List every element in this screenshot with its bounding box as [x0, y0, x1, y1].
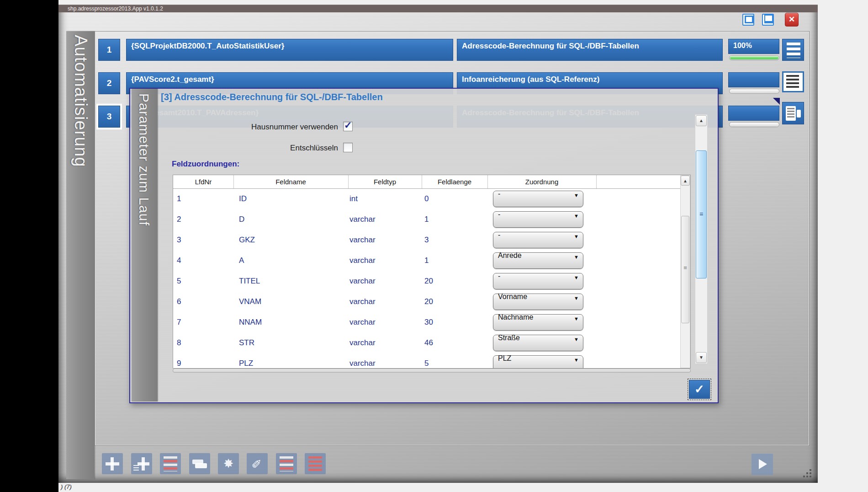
table-row: 6 VNAM varchar 20 Vorname ▼ [173, 291, 690, 312]
footer-partial-text: ) (7) [61, 483, 72, 490]
dialog-scrollbar[interactable]: ▲ ≡ ▼ [695, 114, 708, 364]
cell-feldtyp: varchar [349, 297, 376, 306]
cell-feldname: NNAM [239, 318, 262, 327]
zuordnung-dropdown[interactable]: Straße ▼ [493, 335, 583, 351]
cell-lfdnr: 5 [177, 277, 181, 286]
dropdown-value: Anrede [498, 251, 522, 260]
table-row: 9 PLZ varchar 5 PLZ ▼ [173, 353, 690, 369]
list-view-button[interactable] [782, 39, 804, 61]
run-row-3-number[interactable]: 3 [98, 106, 120, 128]
cell-feldtyp: varchar [349, 277, 376, 286]
progress-fill [730, 56, 778, 59]
scroll-up-icon: ▲ [683, 178, 688, 183]
run-row-3-progress-bar [729, 122, 779, 127]
col-header-feldlaenge: Feldlaenge [422, 175, 488, 188]
edit-pencil-icon: ✎ [247, 453, 268, 474]
zuordnung-dropdown[interactable]: PLZ ▼ [493, 355, 583, 369]
table-header-row: LfdNr Feldname Feldtyp Feldlaenge Zuordn… [173, 175, 690, 189]
report-view-button[interactable] [782, 102, 804, 124]
run-number: 2 [107, 78, 112, 88]
window-title: shp.adressprozessor2013.App v1.0.1.2 [68, 5, 163, 12]
add-linked-button[interactable] [131, 453, 152, 474]
cell-feldtyp: varchar [349, 235, 376, 245]
play-icon [759, 459, 767, 469]
cell-feldlaenge: 3 [424, 235, 429, 245]
list-white-red-icon [280, 456, 293, 471]
run-row-1-task[interactable]: Adresscode-Berechnung für SQL-/DBF-Tabel… [457, 39, 723, 61]
scroll-up-icon: ▲ [699, 118, 704, 123]
cell-feldlaenge: 46 [424, 338, 433, 348]
edit-button[interactable]: ✎ [247, 453, 268, 474]
cell-feldlaenge: 5 [424, 359, 429, 368]
source-table-label: {PAVScore2.t_gesamt} [131, 75, 214, 84]
hausnummer-checkbox[interactable]: ✓ [343, 122, 353, 131]
run-row-1-number[interactable]: 1 [98, 39, 120, 61]
ok-button[interactable]: ✓ [689, 380, 710, 399]
chevron-down-icon: ▼ [574, 295, 579, 301]
zuordnung-dropdown[interactable]: Vorname ▼ [493, 294, 583, 310]
close-button[interactable]: ✕ [785, 13, 799, 27]
maximize-button[interactable] [742, 14, 754, 26]
cell-feldlaenge: 30 [424, 318, 433, 327]
title-bar[interactable]: shp.adressprozessor2013.App v1.0.1.2 [58, 5, 818, 12]
restore-button[interactable] [762, 14, 774, 26]
run-row-2-number[interactable]: 2 [98, 72, 120, 94]
add-linked-icon-bar [142, 457, 145, 471]
progress-percent-label: 100% [733, 42, 752, 50]
table-row: 4 A varchar 1 Anrede ▼ [173, 250, 690, 271]
list-white-red-button[interactable] [276, 453, 297, 474]
cell-feldtyp: varchar [349, 215, 376, 224]
maximize-icon [745, 16, 753, 23]
run-row-2-progress-value [728, 72, 779, 87]
task-label: Adresscode-Berechnung für SQL-/DBF-Tabel… [462, 42, 639, 51]
automation-sidebar: Automatisierung [66, 31, 95, 479]
cell-feldname: VNAM [239, 297, 261, 306]
resize-grip[interactable] [810, 469, 811, 471]
run-row-1-progress-value: 100% [728, 39, 779, 54]
list-red-button[interactable] [305, 453, 326, 474]
run-row-1-source[interactable]: {SQLProjektDB2000.T_AutoStatistikUser} [126, 39, 453, 61]
list-red-white-button[interactable] [160, 453, 181, 474]
option-label-entschluesseln: Entschlüsseln [164, 144, 338, 153]
cell-lfdnr: 7 [177, 318, 181, 327]
zuordnung-dropdown[interactable]: - ▼ [493, 211, 583, 228]
cell-feldlaenge: 20 [424, 297, 433, 306]
zuordnung-dropdown[interactable]: - ▼ [493, 191, 583, 207]
burst-icon: ✸ [218, 453, 239, 474]
table-row: 7 NNAM varchar 30 Nachname ▼ [173, 312, 690, 332]
entschluesseln-checkbox[interactable] [343, 143, 353, 152]
table-row: 1 ID int 0 - ▼ [173, 188, 690, 209]
dialog-scroll-down-button[interactable]: ▼ [696, 352, 707, 363]
run-button[interactable] [752, 454, 773, 475]
dialog-title: [3] Adresscode-Berechnung für SQL-/DBF-T… [161, 92, 383, 102]
cell-feldtyp: int [349, 194, 358, 203]
cell-feldname: GKZ [239, 235, 255, 245]
dropdown-value: Vorname [498, 293, 527, 301]
zuordnung-dropdown[interactable]: - ▼ [493, 273, 583, 289]
cell-feldname: PLZ [239, 359, 253, 368]
run-row-2-progress-bar [729, 89, 779, 94]
burst-button[interactable]: ✸ [218, 453, 239, 474]
add-button[interactable] [102, 453, 123, 474]
zuordnung-dropdown[interactable]: - ▼ [493, 232, 583, 248]
duplicate-button[interactable] [189, 453, 210, 474]
cell-lfdnr: 1 [177, 194, 181, 203]
coil-icon [133, 465, 139, 472]
zuordnung-dropdown[interactable]: Anrede ▼ [493, 252, 583, 269]
col-header-zuordnung: Zuordnung [487, 175, 597, 188]
dialog-scroll-up-button[interactable]: ▲ [696, 115, 707, 126]
dropdown-value: - [498, 231, 500, 239]
cell-feldtyp: varchar [349, 318, 376, 327]
run-row-1-progress-bar [729, 55, 779, 60]
zuordnung-dropdown[interactable]: Nachname ▼ [493, 314, 583, 331]
document-view-button[interactable] [782, 71, 804, 92]
cell-lfdnr: 9 [177, 359, 181, 368]
table-scroll-up-button[interactable]: ▲ [681, 176, 690, 186]
table-scrollbar[interactable]: ▲ ≡ [680, 175, 690, 368]
dialog-scrollbar-thumb[interactable]: ≡ [696, 150, 707, 278]
dropdown-value: PLZ [498, 354, 511, 363]
table-hscrollbar[interactable] [173, 369, 691, 373]
dropdown-value: - [498, 272, 500, 280]
chevron-down-icon: ▼ [574, 254, 579, 260]
table-scrollbar-thumb[interactable]: ≡ [681, 216, 689, 323]
